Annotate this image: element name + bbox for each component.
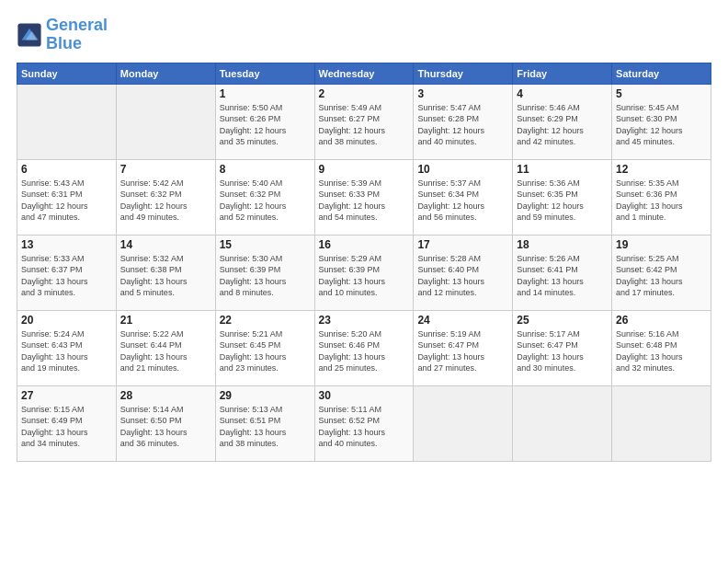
day-number: 21 [120, 314, 211, 327]
calendar-cell: 27Sunrise: 5:15 AM Sunset: 6:49 PM Dayli… [17, 385, 117, 461]
calendar-cell: 7Sunrise: 5:42 AM Sunset: 6:32 PM Daylig… [116, 159, 215, 235]
day-number: 6 [21, 163, 112, 176]
calendar-week-0: 1Sunrise: 5:50 AM Sunset: 6:26 PM Daylig… [17, 84, 711, 159]
header: General Blue [17, 17, 711, 53]
day-info: Sunrise: 5:15 AM Sunset: 6:49 PM Dayligh… [21, 404, 112, 450]
day-info: Sunrise: 5:30 AM Sunset: 6:39 PM Dayligh… [220, 253, 311, 299]
calendar-cell: 15Sunrise: 5:30 AM Sunset: 6:39 PM Dayli… [215, 235, 314, 310]
day-info: Sunrise: 5:29 AM Sunset: 6:39 PM Dayligh… [319, 253, 410, 299]
weekday-header-friday: Friday [513, 63, 612, 84]
logo-blue: Blue [46, 34, 82, 52]
calendar-cell: 3Sunrise: 5:47 AM Sunset: 6:28 PM Daylig… [414, 84, 513, 159]
day-info: Sunrise: 5:22 AM Sunset: 6:44 PM Dayligh… [120, 328, 211, 374]
day-number: 4 [517, 87, 608, 100]
calendar-cell: 26Sunrise: 5:16 AM Sunset: 6:48 PM Dayli… [612, 310, 711, 385]
calendar-cell: 25Sunrise: 5:17 AM Sunset: 6:47 PM Dayli… [513, 310, 612, 385]
day-info: Sunrise: 5:19 AM Sunset: 6:47 PM Dayligh… [417, 328, 508, 374]
day-number: 2 [319, 87, 410, 100]
logo-icon [17, 22, 42, 48]
calendar-cell: 22Sunrise: 5:21 AM Sunset: 6:45 PM Dayli… [215, 310, 314, 385]
day-info: Sunrise: 5:25 AM Sunset: 6:42 PM Dayligh… [616, 253, 707, 299]
calendar-cell: 1Sunrise: 5:50 AM Sunset: 6:26 PM Daylig… [215, 84, 314, 159]
calendar-cell: 14Sunrise: 5:32 AM Sunset: 6:38 PM Dayli… [116, 235, 215, 310]
day-info: Sunrise: 5:49 AM Sunset: 6:27 PM Dayligh… [319, 102, 410, 148]
calendar-header-row: SundayMondayTuesdayWednesdayThursdayFrid… [17, 63, 711, 84]
day-number: 20 [21, 314, 112, 327]
calendar-cell: 17Sunrise: 5:28 AM Sunset: 6:40 PM Dayli… [414, 235, 513, 310]
weekday-header-wednesday: Wednesday [314, 63, 414, 84]
day-info: Sunrise: 5:20 AM Sunset: 6:46 PM Dayligh… [319, 328, 410, 374]
day-number: 7 [120, 163, 211, 176]
calendar-cell: 20Sunrise: 5:24 AM Sunset: 6:43 PM Dayli… [17, 310, 117, 385]
day-number: 24 [417, 314, 508, 327]
day-info: Sunrise: 5:17 AM Sunset: 6:47 PM Dayligh… [517, 328, 608, 374]
calendar-cell [17, 84, 117, 159]
logo-general: General [46, 16, 108, 34]
page: General Blue SundayMondayTuesdayWednesda… [0, 0, 728, 563]
day-number: 3 [417, 87, 508, 100]
day-info: Sunrise: 5:16 AM Sunset: 6:48 PM Dayligh… [616, 328, 707, 374]
day-number: 23 [319, 314, 410, 327]
day-number: 12 [616, 163, 707, 176]
day-number: 8 [220, 163, 311, 176]
logo-text: General Blue [46, 17, 108, 53]
day-number: 15 [220, 238, 311, 251]
calendar-cell: 30Sunrise: 5:11 AM Sunset: 6:52 PM Dayli… [314, 385, 414, 461]
calendar-cell [414, 385, 513, 461]
day-number: 27 [21, 389, 112, 402]
day-number: 14 [120, 238, 211, 251]
calendar-cell: 23Sunrise: 5:20 AM Sunset: 6:46 PM Dayli… [314, 310, 414, 385]
calendar-week-1: 6Sunrise: 5:43 AM Sunset: 6:31 PM Daylig… [17, 159, 711, 235]
day-number: 1 [220, 87, 311, 100]
day-info: Sunrise: 5:21 AM Sunset: 6:45 PM Dayligh… [220, 328, 311, 374]
day-info: Sunrise: 5:11 AM Sunset: 6:52 PM Dayligh… [319, 404, 410, 450]
calendar-cell: 12Sunrise: 5:35 AM Sunset: 6:36 PM Dayli… [612, 159, 711, 235]
calendar-cell: 9Sunrise: 5:39 AM Sunset: 6:33 PM Daylig… [314, 159, 414, 235]
calendar-cell: 16Sunrise: 5:29 AM Sunset: 6:39 PM Dayli… [314, 235, 414, 310]
calendar-cell [116, 84, 215, 159]
logo: General Blue [17, 17, 108, 53]
calendar-cell [513, 385, 612, 461]
calendar-cell: 21Sunrise: 5:22 AM Sunset: 6:44 PM Dayli… [116, 310, 215, 385]
weekday-header-sunday: Sunday [17, 63, 117, 84]
calendar-cell: 2Sunrise: 5:49 AM Sunset: 6:27 PM Daylig… [314, 84, 414, 159]
calendar-cell: 24Sunrise: 5:19 AM Sunset: 6:47 PM Dayli… [414, 310, 513, 385]
day-info: Sunrise: 5:33 AM Sunset: 6:37 PM Dayligh… [21, 253, 112, 299]
day-info: Sunrise: 5:50 AM Sunset: 6:26 PM Dayligh… [220, 102, 311, 148]
weekday-header-tuesday: Tuesday [215, 63, 314, 84]
day-number: 19 [616, 238, 707, 251]
day-number: 17 [417, 238, 508, 251]
day-info: Sunrise: 5:46 AM Sunset: 6:29 PM Dayligh… [517, 102, 608, 148]
day-number: 5 [616, 87, 707, 100]
calendar-cell: 5Sunrise: 5:45 AM Sunset: 6:30 PM Daylig… [612, 84, 711, 159]
calendar-cell: 8Sunrise: 5:40 AM Sunset: 6:32 PM Daylig… [215, 159, 314, 235]
calendar-cell: 6Sunrise: 5:43 AM Sunset: 6:31 PM Daylig… [17, 159, 117, 235]
day-info: Sunrise: 5:39 AM Sunset: 6:33 PM Dayligh… [319, 178, 410, 224]
day-info: Sunrise: 5:14 AM Sunset: 6:50 PM Dayligh… [120, 404, 211, 450]
day-info: Sunrise: 5:32 AM Sunset: 6:38 PM Dayligh… [120, 253, 211, 299]
day-info: Sunrise: 5:24 AM Sunset: 6:43 PM Dayligh… [21, 328, 112, 374]
day-number: 30 [319, 389, 410, 402]
day-number: 26 [616, 314, 707, 327]
day-info: Sunrise: 5:13 AM Sunset: 6:51 PM Dayligh… [220, 404, 311, 450]
day-number: 25 [517, 314, 608, 327]
day-number: 28 [120, 389, 211, 402]
day-info: Sunrise: 5:47 AM Sunset: 6:28 PM Dayligh… [417, 102, 508, 148]
calendar-week-4: 27Sunrise: 5:15 AM Sunset: 6:49 PM Dayli… [17, 385, 711, 461]
day-number: 9 [319, 163, 410, 176]
day-number: 11 [517, 163, 608, 176]
weekday-header-thursday: Thursday [414, 63, 513, 84]
day-number: 16 [319, 238, 410, 251]
calendar-cell: 18Sunrise: 5:26 AM Sunset: 6:41 PM Dayli… [513, 235, 612, 310]
day-info: Sunrise: 5:26 AM Sunset: 6:41 PM Dayligh… [517, 253, 608, 299]
day-info: Sunrise: 5:45 AM Sunset: 6:30 PM Dayligh… [616, 102, 707, 148]
day-info: Sunrise: 5:40 AM Sunset: 6:32 PM Dayligh… [220, 178, 311, 224]
day-number: 10 [417, 163, 508, 176]
calendar-table: SundayMondayTuesdayWednesdayThursdayFrid… [17, 63, 711, 462]
day-info: Sunrise: 5:35 AM Sunset: 6:36 PM Dayligh… [616, 178, 707, 224]
calendar-cell: 4Sunrise: 5:46 AM Sunset: 6:29 PM Daylig… [513, 84, 612, 159]
calendar-cell: 29Sunrise: 5:13 AM Sunset: 6:51 PM Dayli… [215, 385, 314, 461]
calendar-cell [612, 385, 711, 461]
day-info: Sunrise: 5:43 AM Sunset: 6:31 PM Dayligh… [21, 178, 112, 224]
calendar-cell: 28Sunrise: 5:14 AM Sunset: 6:50 PM Dayli… [116, 385, 215, 461]
